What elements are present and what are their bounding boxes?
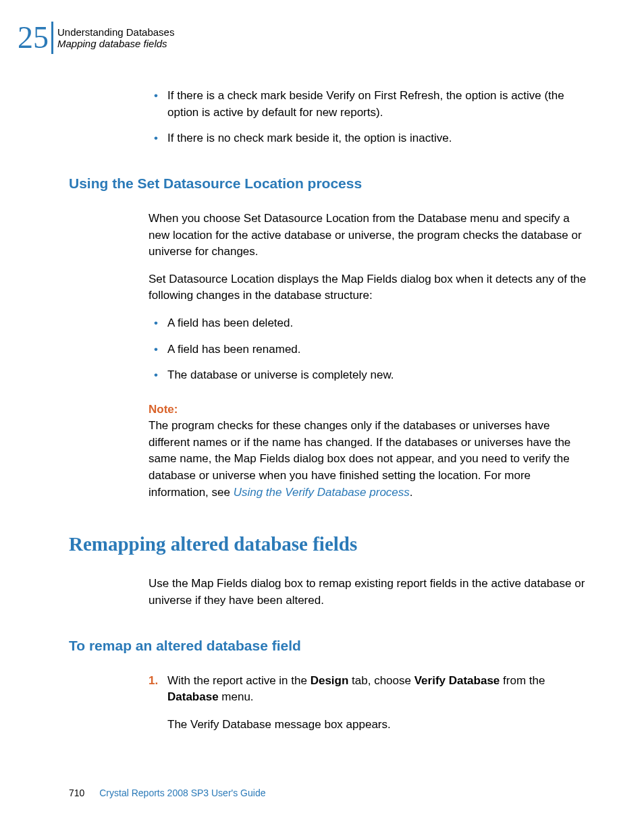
main-content: If there is a check mark beside Verify o…	[149, 88, 587, 733]
note-text-suffix: .	[410, 486, 413, 499]
list-item: The database or universe is completely n…	[149, 367, 587, 384]
changes-bullet-list: A field has been deleted. A field has be…	[149, 315, 587, 384]
page-header: 25 Understanding Databases Mapping datab…	[18, 22, 174, 54]
section-heading-datasource: Using the Set Datasource Location proces…	[69, 175, 587, 192]
ui-term-design: Design	[311, 674, 349, 687]
body-paragraph: When you choose Set Datasource Location …	[149, 211, 587, 260]
list-item: If there is a check mark beside Verify o…	[149, 88, 587, 121]
list-item: If there is no check mark beside it, the…	[149, 130, 587, 147]
note-label: Note:	[149, 403, 587, 416]
step-text-part: from the	[500, 674, 545, 687]
step-text-part: tab, choose	[348, 674, 414, 687]
procedure-step: 1. With the report active in the Design …	[149, 673, 587, 706]
link-verify-database-process[interactable]: Using the Verify Database process	[234, 486, 410, 499]
header-title: Understanding Databases	[57, 26, 174, 38]
chapter-number: 25	[18, 22, 49, 53]
footer-title: Crystal Reports 2008 SP3 User's Guide	[99, 788, 265, 798]
body-paragraph: Use the Map Fields dialog box to remap e…	[149, 576, 587, 609]
step-text-part: With the report active in the	[167, 674, 311, 687]
step-number: 1.	[149, 673, 158, 690]
header-subtitle: Mapping database fields	[57, 38, 174, 49]
page-footer: 710 Crystal Reports 2008 SP3 User's Guid…	[69, 788, 265, 798]
body-paragraph: Set Datasource Location displays the Map…	[149, 271, 587, 304]
list-item: A field has been deleted.	[149, 315, 587, 332]
note-body: The program checks for these changes onl…	[149, 418, 587, 501]
procedure-list: 1. With the report active in the Design …	[149, 673, 587, 706]
section-heading-remapping: Remapping altered database fields	[69, 533, 587, 555]
step-text-part: menu.	[219, 690, 254, 703]
list-item: A field has been renamed.	[149, 341, 587, 358]
header-text-block: Understanding Databases Mapping database…	[57, 26, 174, 49]
page-number: 710	[69, 788, 84, 798]
intro-bullet-list: If there is a check mark beside Verify o…	[149, 88, 587, 147]
header-divider	[51, 22, 53, 54]
section-heading-remap-procedure: To remap an altered database field	[69, 638, 587, 654]
ui-term-verify-database: Verify Database	[414, 674, 500, 687]
ui-term-database: Database	[167, 690, 219, 703]
step-result: The Verify Database message box appears.	[167, 717, 587, 734]
